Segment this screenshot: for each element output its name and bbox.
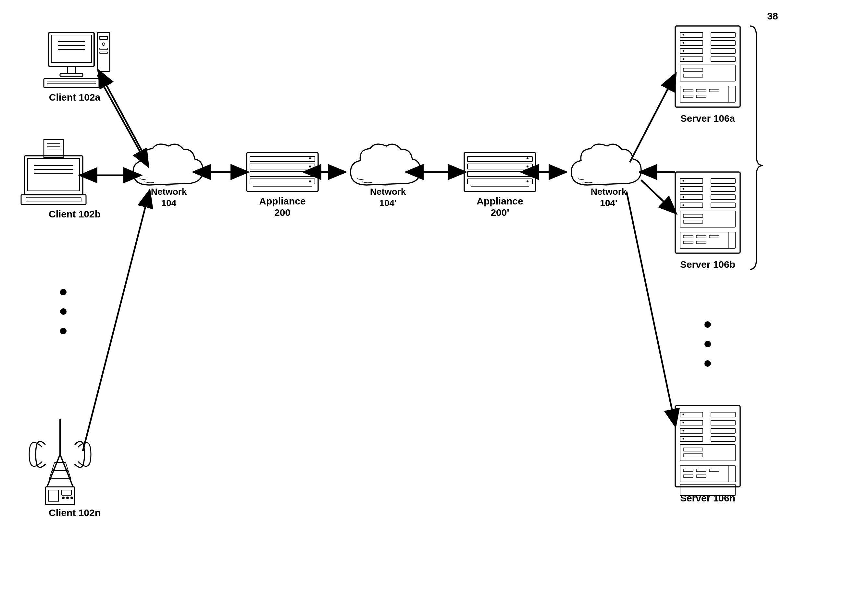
svg-point-62 [526,173,529,175]
svg-point-42 [66,497,69,499]
server-106n-icon [675,406,740,496]
svg-rect-17 [100,48,107,49]
svg-point-41 [62,497,65,499]
network-104-number: 104 [161,198,176,208]
dot-left-3 [60,328,67,334]
svg-point-76 [683,59,684,60]
svg-point-73 [683,34,684,36]
arrow-network104prime2-106b [641,180,675,213]
svg-point-50 [309,157,311,159]
svg-rect-39 [49,490,59,502]
network-104-prime-label: Network [370,187,406,197]
client-102n-label: Client 102n [49,507,101,518]
server-106b-icon [675,172,740,253]
svg-point-119 [683,414,684,415]
svg-point-51 [309,165,311,167]
svg-point-98 [683,196,684,198]
svg-point-63 [526,181,529,182]
svg-rect-24 [21,195,86,204]
svg-point-60 [526,157,529,159]
dot-right-1 [704,321,711,328]
network-104-prime-icon [351,144,421,185]
diagram-container: Client 102a Client 102b [0,0,857,616]
svg-rect-40 [62,490,71,495]
svg-rect-44 [247,153,318,191]
svg-point-53 [309,181,311,182]
svg-rect-6 [68,66,75,74]
dot-left-2 [60,308,67,315]
server-106n-label: Server 106n [680,492,735,503]
svg-rect-25 [26,197,81,202]
server-106b-label: Server 106b [680,259,735,270]
svg-rect-26 [44,140,63,157]
appliance-200-prime-icon [464,153,536,191]
arrow-network104-102a [99,71,148,162]
client-102b-icon [21,140,86,204]
appliance-200-icon [247,153,318,191]
svg-point-122 [683,438,684,440]
svg-rect-7 [60,74,83,76]
bracket-38-label: 38 [767,11,778,22]
svg-rect-19 [24,156,83,195]
svg-rect-5 [51,35,91,63]
dot-left-1 [60,289,67,295]
svg-point-74 [683,42,684,44]
svg-rect-11 [44,79,99,88]
server-106a-label: Server 106a [681,113,735,124]
svg-point-61 [526,165,529,167]
client-102a-label: Client 102a [49,92,101,103]
network-104-prime2-icon [571,144,641,185]
network-104-prime-number: 104' [379,198,396,208]
svg-point-120 [683,422,684,423]
network-104-prime2-number: 104' [600,198,617,208]
arrow-102n-network104 [83,191,149,451]
network-104-label: Network [151,187,187,197]
arrow-102a-to-network104 [97,75,148,165]
network-104-prime2-label: Network [591,187,627,197]
bracket-38 [750,26,763,269]
svg-point-43 [70,497,73,499]
svg-rect-54 [464,153,536,191]
svg-point-16 [102,43,105,45]
appliance-200-label: Appliance [259,196,305,207]
svg-point-75 [683,50,684,52]
arrow-network104prime2-106n [627,191,675,425]
dot-right-3 [704,360,711,367]
appliance-200-number: 200 [274,207,291,218]
svg-rect-15 [100,36,107,40]
network-104-icon [133,144,203,185]
arrow-network104prime2-106a [630,75,675,162]
appliance-200-prime-number: 200' [490,207,509,218]
svg-rect-18 [100,52,107,54]
svg-rect-20 [28,158,79,191]
svg-point-99 [683,204,684,206]
svg-point-96 [683,180,684,182]
client-102b-label: Client 102b [49,209,101,219]
server-106a-icon [675,26,740,107]
svg-point-97 [683,188,684,190]
dot-right-2 [704,341,711,347]
svg-point-121 [683,430,684,432]
client-102n-icon [29,419,91,505]
svg-point-52 [309,173,311,175]
appliance-200-prime-label: Appliance [476,196,523,207]
